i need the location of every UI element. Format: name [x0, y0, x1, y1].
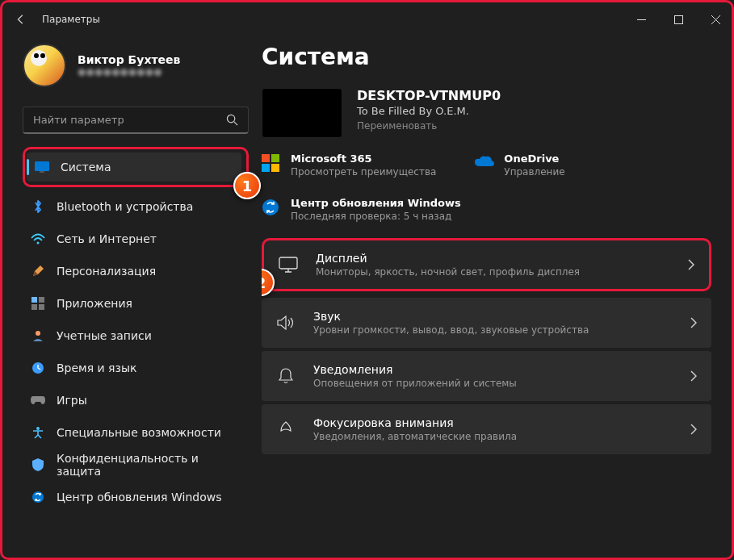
chevron-right-icon [690, 424, 697, 435]
user-name: Виктор Бухтеев [78, 53, 180, 66]
gaming-icon [31, 393, 45, 407]
settings-row-sound[interactable]: Звук Уровни громкости, вывод, ввод, звук… [262, 298, 711, 348]
svg-rect-3 [40, 171, 44, 173]
sidebar-item-label: Сеть и Интернет [57, 232, 157, 245]
sidebar-item-gaming[interactable]: Игры [23, 386, 249, 415]
focus-icon [276, 420, 296, 439]
card-onedrive[interactable]: OneDrive Управление [475, 153, 564, 178]
maximize-button[interactable] [660, 6, 697, 32]
bluetooth-icon [31, 199, 45, 214]
chevron-right-icon [688, 259, 694, 270]
card-windows-update[interactable]: Центр обновления Windows Последняя прове… [262, 197, 711, 222]
minimize-button[interactable] [623, 6, 660, 32]
sidebar-item-label: Игры [57, 394, 87, 407]
svg-rect-0 [674, 15, 682, 23]
device-name: DESKTOP-VTNMUP0 [357, 88, 501, 103]
row-title: Звук [313, 310, 690, 323]
search-box[interactable] [23, 107, 249, 134]
svg-rect-8 [39, 304, 44, 310]
card-title: Центр обновления Windows [291, 197, 461, 209]
svg-point-11 [36, 427, 40, 430]
row-title: Дисплей [316, 252, 688, 265]
window-title: Параметры [42, 14, 100, 25]
windows-update-icon [262, 199, 279, 216]
sidebar-item-apps[interactable]: Приложения [23, 289, 249, 318]
sidebar-item-label: Система [61, 161, 111, 173]
sidebar-item-label: Приложения [57, 297, 132, 310]
time-icon [31, 361, 45, 375]
page-title: Система [262, 44, 711, 70]
svg-rect-2 [35, 161, 49, 171]
svg-rect-14 [271, 154, 279, 162]
device-thumbnail [262, 88, 342, 138]
settings-row-display[interactable]: Дисплей Мониторы, яркость, ночной свет, … [262, 238, 711, 291]
user-email: ●●●●●●●●●● [78, 66, 180, 77]
privacy-icon [31, 458, 45, 472]
row-sub: Мониторы, яркость, ночной свет, профиль … [316, 266, 688, 278]
card-microsoft-365[interactable]: Microsoft 365 Просмотреть преимущества [262, 153, 436, 178]
device-info: DESKTOP-VTNMUP0 To Be Filled By O.E.M. П… [262, 88, 711, 138]
sidebar-item-label: Конфиденциальность и защита [57, 452, 241, 478]
sidebar-item-accessibility[interactable]: Специальные возможности [23, 418, 249, 447]
rename-link[interactable]: Переименовать [357, 120, 437, 132]
sidebar-item-label: Bluetooth и устройства [57, 200, 193, 213]
svg-point-4 [37, 242, 40, 244]
sidebar-item-personalization[interactable]: Персонализация [23, 257, 249, 286]
chevron-right-icon [690, 317, 697, 328]
svg-rect-6 [39, 297, 44, 303]
settings-row-focus[interactable]: Фокусировка внимания Уведомления, автома… [262, 404, 711, 454]
sidebar-item-label: Центр обновления Windows [57, 491, 221, 504]
card-title: OneDrive [504, 153, 564, 165]
accounts-icon [31, 328, 45, 343]
svg-rect-5 [31, 297, 37, 303]
svg-point-9 [36, 331, 40, 336]
apps-icon [31, 296, 45, 311]
sidebar-item-update[interactable]: Центр обновления Windows [23, 483, 249, 512]
system-icon [35, 160, 49, 174]
sound-icon [276, 313, 296, 332]
annotation-marker-1: 1 [233, 172, 261, 199]
card-sub: Управление [504, 166, 564, 178]
svg-rect-18 [279, 257, 297, 269]
svg-point-17 [262, 199, 279, 215]
update-icon [31, 490, 45, 504]
sidebar-item-network[interactable]: Сеть и Интернет [23, 224, 249, 253]
card-sub: Последняя проверка: 5 ч назад [291, 211, 461, 222]
svg-rect-13 [262, 154, 270, 162]
settings-row-notifications[interactable]: Уведомления Оповещения от приложений и с… [262, 351, 711, 401]
avatar [23, 44, 66, 87]
search-input[interactable] [33, 114, 226, 126]
chevron-right-icon [690, 370, 697, 382]
onedrive-icon [475, 154, 493, 172]
search-icon [226, 114, 238, 126]
display-icon [279, 255, 298, 274]
row-sub: Оповещения от приложений и системы [313, 378, 690, 389]
sidebar-item-bluetooth[interactable]: Bluetooth и устройства [23, 192, 249, 221]
accessibility-icon [31, 425, 45, 440]
row-title: Уведомления [313, 363, 690, 376]
sidebar-item-label: Учетные записи [57, 329, 152, 342]
notifications-icon [276, 366, 296, 386]
network-icon [31, 232, 45, 246]
sidebar-item-label: Специальные возможности [57, 426, 221, 439]
sidebar-item-accounts[interactable]: Учетные записи [23, 321, 249, 350]
sidebar-item-system[interactable]: Система [27, 153, 241, 182]
user-profile[interactable]: Виктор Бухтеев ●●●●●●●●●● [23, 44, 249, 87]
sidebar-item-time[interactable]: Время и язык [23, 353, 249, 382]
svg-rect-7 [31, 304, 37, 310]
card-title: Microsoft 365 [291, 153, 436, 165]
row-sub: Уведомления, автоматические правила [313, 431, 690, 442]
row-title: Фокусировка внимания [313, 416, 690, 429]
personalization-icon [31, 264, 45, 278]
device-model: To Be Filled By O.E.M. [357, 105, 501, 117]
row-sub: Уровни громкости, вывод, ввод, звуковые … [313, 324, 690, 336]
svg-rect-15 [262, 164, 270, 172]
back-button[interactable] [10, 8, 32, 31]
close-button[interactable] [697, 6, 734, 32]
sidebar-item-label: Время и язык [57, 361, 136, 374]
svg-point-1 [227, 115, 234, 122]
sidebar-item-privacy[interactable]: Конфиденциальность и защита [23, 450, 249, 479]
card-sub: Просмотреть преимущества [291, 166, 436, 178]
sidebar-highlight-system: Система 1 [23, 147, 249, 187]
microsoft-365-icon [262, 154, 279, 172]
